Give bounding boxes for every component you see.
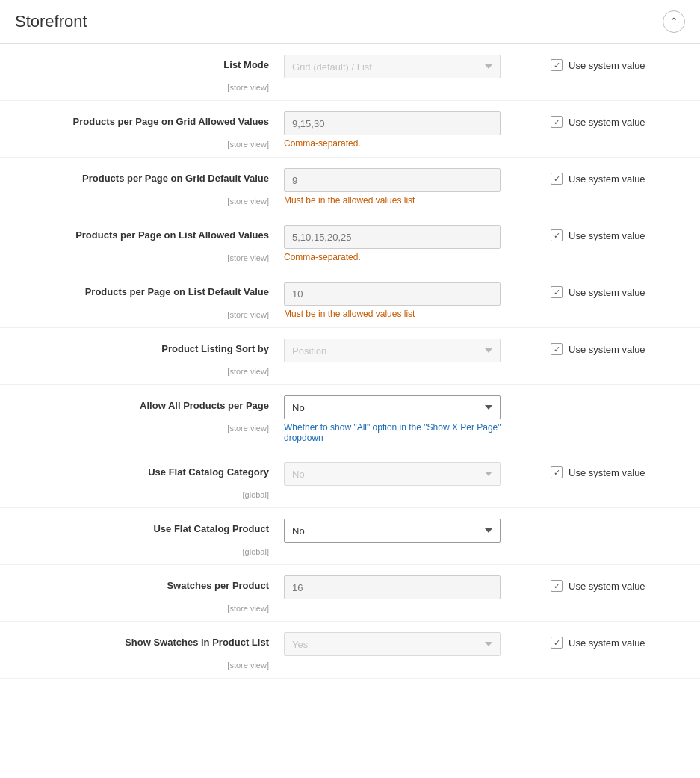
scope-allow_all_products: [store view] xyxy=(227,424,269,433)
scope-list_allowed_values: [store view] xyxy=(227,253,269,262)
system-value-label-product_listing_sort[interactable]: Use system value xyxy=(551,343,645,355)
system-value-text-list_default_value: Use system value xyxy=(569,287,645,298)
system-value-label-grid_allowed_values[interactable]: Use system value xyxy=(551,116,645,128)
select-allow_all_products[interactable]: NoYes xyxy=(284,395,501,419)
system-value-checkbox-list_mode[interactable] xyxy=(551,59,563,71)
form-row-grid_allowed_values: Products per Page on Grid Allowed Values… xyxy=(0,101,700,158)
form-row-product_listing_sort: Product Listing Sort by[store view]Posit… xyxy=(0,328,700,385)
input-cell-list_mode: Grid (default) / ListGrid OnlyList Only xyxy=(284,55,536,78)
system-value-cell-list_default_value: Use system value xyxy=(536,282,685,298)
system-value-text-grid_default_value: Use system value xyxy=(569,173,645,185)
label-cell-product_listing_sort: Product Listing Sort by[store view] xyxy=(15,339,284,377)
scope-product_listing_sort: [store view] xyxy=(227,367,269,376)
select-list_mode: Grid (default) / ListGrid OnlyList Only xyxy=(284,55,501,78)
scope-grid_allowed_values: [store view] xyxy=(227,140,269,149)
input-grid_allowed_values xyxy=(284,111,501,135)
select-flat_catalog_category: NoYes xyxy=(284,462,501,486)
label-cell-list_default_value: Products per Page on List Default Value[… xyxy=(15,282,284,320)
system-value-cell-swatches_per_product: Use system value xyxy=(536,575,685,592)
system-value-cell-list_mode: Use system value xyxy=(536,55,685,71)
input-cell-allow_all_products: NoYesWhether to show "All" option in the… xyxy=(284,395,536,443)
label-cell-flat_catalog_product: Use Flat Catalog Product[global] xyxy=(15,519,284,557)
label-show_swatches: Show Swatches in Product List xyxy=(15,637,269,648)
system-value-cell-product_listing_sort: Use system value xyxy=(536,339,685,355)
input-cell-flat_catalog_category: NoYes xyxy=(284,462,536,486)
system-value-text-show_swatches: Use system value xyxy=(569,637,645,649)
label-list_allowed_values: Products per Page on List Allowed Values xyxy=(15,229,269,241)
system-value-label-list_default_value[interactable]: Use system value xyxy=(551,286,645,298)
system-value-checkbox-list_default_value[interactable] xyxy=(551,286,563,298)
label-list_mode: List Mode xyxy=(15,59,269,70)
section-title: Storefront xyxy=(15,12,87,31)
system-value-checkbox-swatches_per_product[interactable] xyxy=(551,580,563,592)
system-value-checkbox-grid_allowed_values[interactable] xyxy=(551,116,563,128)
label-cell-list_allowed_values: Products per Page on List Allowed Values… xyxy=(15,225,284,263)
label-allow_all_products: Allow All Products per Page xyxy=(15,400,269,411)
label-cell-show_swatches: Show Swatches in Product List[store view… xyxy=(15,632,284,670)
form-row-list_default_value: Products per Page on List Default Value[… xyxy=(0,271,700,328)
system-value-text-flat_catalog_category: Use system value xyxy=(569,467,645,478)
system-value-text-swatches_per_product: Use system value xyxy=(569,581,645,592)
form-row-list_mode: List Mode[store view]Grid (default) / Li… xyxy=(0,44,700,101)
system-value-checkbox-grid_default_value[interactable] xyxy=(551,173,563,185)
input-cell-grid_default_value: Must be in the allowed values list xyxy=(284,168,536,206)
scope-list_mode: [store view] xyxy=(227,83,269,92)
system-value-cell-grid_default_value: Use system value xyxy=(536,168,685,185)
system-value-label-list_allowed_values[interactable]: Use system value xyxy=(551,229,645,241)
input-grid_default_value xyxy=(284,168,501,192)
system-value-text-product_listing_sort: Use system value xyxy=(569,344,645,355)
input-cell-product_listing_sort: PositionNamePrice xyxy=(284,339,536,362)
system-value-label-show_swatches[interactable]: Use system value xyxy=(551,637,645,649)
label-cell-flat_catalog_category: Use Flat Catalog Category[global] xyxy=(15,462,284,500)
input-list_default_value xyxy=(284,282,501,306)
system-value-label-list_mode[interactable]: Use system value xyxy=(551,59,645,71)
system-value-text-list_mode: Use system value xyxy=(569,60,645,71)
input-cell-swatches_per_product xyxy=(284,575,536,599)
system-value-label-grid_default_value[interactable]: Use system value xyxy=(551,173,645,185)
input-cell-grid_allowed_values: Comma-separated. xyxy=(284,111,536,149)
form-row-show_swatches: Show Swatches in Product List[store view… xyxy=(0,622,700,679)
hint-allow_all_products: Whether to show "All" option in the "Sho… xyxy=(284,422,536,443)
label-cell-swatches_per_product: Swatches per Product[store view] xyxy=(15,575,284,614)
label-list_default_value: Products per Page on List Default Value xyxy=(15,286,269,297)
form-row-list_allowed_values: Products per Page on List Allowed Values… xyxy=(0,214,700,271)
label-grid_allowed_values: Products per Page on Grid Allowed Values xyxy=(15,116,269,127)
form-row-flat_catalog_product: Use Flat Catalog Product[global]NoYes xyxy=(0,508,700,565)
label-swatches_per_product: Swatches per Product xyxy=(15,580,269,591)
label-cell-allow_all_products: Allow All Products per Page[store view] xyxy=(15,395,284,433)
hint-list_allowed_values: Comma-separated. xyxy=(284,252,536,262)
system-value-checkbox-show_swatches[interactable] xyxy=(551,637,563,649)
form-row-allow_all_products: Allow All Products per Page[store view]N… xyxy=(0,385,700,451)
select-product_listing_sort: PositionNamePrice xyxy=(284,339,501,362)
input-cell-list_default_value: Must be in the allowed values list xyxy=(284,282,536,319)
system-value-cell-flat_catalog_category: Use system value xyxy=(536,462,685,478)
scope-list_default_value: [store view] xyxy=(227,310,269,319)
system-value-label-swatches_per_product[interactable]: Use system value xyxy=(551,580,645,592)
system-value-checkbox-product_listing_sort[interactable] xyxy=(551,343,563,355)
label-cell-list_mode: List Mode[store view] xyxy=(15,55,284,93)
system-value-cell-grid_allowed_values: Use system value xyxy=(536,111,685,128)
input-cell-list_allowed_values: Comma-separated. xyxy=(284,225,536,262)
collapse-button[interactable]: ⌃ xyxy=(663,10,685,33)
system-value-checkbox-flat_catalog_category[interactable] xyxy=(551,466,563,478)
scope-show_swatches: [store view] xyxy=(227,661,269,670)
system-value-cell-list_allowed_values: Use system value xyxy=(536,225,685,241)
select-flat_catalog_product[interactable]: NoYes xyxy=(284,519,501,543)
form-row-grid_default_value: Products per Page on Grid Default Value[… xyxy=(0,158,700,214)
scope-grid_default_value: [store view] xyxy=(227,197,269,206)
scope-swatches_per_product: [store view] xyxy=(227,604,269,613)
input-list_allowed_values xyxy=(284,225,501,249)
input-cell-flat_catalog_product: NoYes xyxy=(284,519,536,543)
input-swatches_per_product xyxy=(284,575,501,599)
form-table: List Mode[store view]Grid (default) / Li… xyxy=(0,44,700,679)
system-value-label-flat_catalog_category[interactable]: Use system value xyxy=(551,466,645,478)
system-value-checkbox-list_allowed_values[interactable] xyxy=(551,229,563,241)
label-grid_default_value: Products per Page on Grid Default Value xyxy=(15,173,269,184)
form-row-flat_catalog_category: Use Flat Catalog Category[global]NoYesUs… xyxy=(0,451,700,508)
form-row-swatches_per_product: Swatches per Product[store view]Use syst… xyxy=(0,565,700,622)
label-cell-grid_allowed_values: Products per Page on Grid Allowed Values… xyxy=(15,111,284,149)
system-value-text-grid_allowed_values: Use system value xyxy=(569,117,645,128)
input-cell-show_swatches: YesNo xyxy=(284,632,536,656)
label-flat_catalog_category: Use Flat Catalog Category xyxy=(15,466,269,478)
label-product_listing_sort: Product Listing Sort by xyxy=(15,343,269,354)
